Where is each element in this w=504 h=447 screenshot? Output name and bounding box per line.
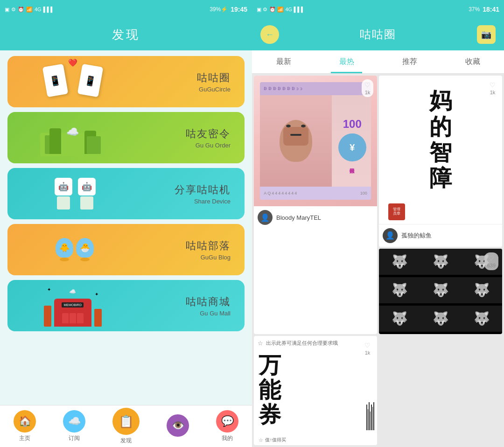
- dog-4: 🐺: [379, 277, 420, 303]
- menu-item-order[interactable]: ☁️ 咕友密令 Gu Gu Order: [7, 112, 245, 163]
- camera-icon: 📷: [481, 29, 491, 40]
- dogs-grid: 🐺 🐺 🐺 🐺 🐺 🐺 🐺 🐺 🐺: [379, 249, 502, 334]
- status-icons-left: ▣ ⚙ ⏰ 📶 4G ▌▌▌: [5, 7, 54, 13]
- user-avatar-1: 👤: [258, 210, 273, 225]
- heart-icon-3: ♡: [488, 254, 494, 262]
- like-badge-1[interactable]: ♡ 1k: [362, 79, 373, 97]
- tab-hot[interactable]: 最热: [315, 50, 378, 73]
- status-icons-right: ▣ ⚙ ⏰ 📶 4G ▌▌▌: [257, 6, 305, 13]
- money-serial-bottom: AQ44444444: [264, 191, 298, 196]
- menu-item-sharedevice[interactable]: 🤖 🤖 分享咕咕机 Share Device: [7, 168, 245, 219]
- money-circle-number: ¥: [350, 142, 355, 153]
- right-panel: ▣ ⚙ ⏰ 📶 4G ▌▌▌ 37% 18:41 ← 咕咕圈 📷 最新 最热 推…: [252, 0, 504, 447]
- money-top-bar: ↁↁↁↁↁↁↁↄↄ: [260, 82, 371, 95]
- tab-label-latest: 最新: [276, 57, 291, 67]
- dog-8: 🐺: [420, 306, 461, 332]
- status-bar-left: ▣ ⚙ ⏰ 📶 4G ▌▌▌ 39%⚡ 19:45: [0, 0, 252, 19]
- barcode-bars: [366, 402, 374, 430]
- sub-icon: ☁️: [63, 410, 85, 433]
- coupon-big-text: 万能券: [259, 353, 358, 427]
- wifi-icon-r: 📶: [277, 7, 284, 12]
- header-title-left: 发现: [112, 27, 140, 43]
- nav-item-eye[interactable]: 👁️: [167, 414, 189, 439]
- nav-item-home[interactable]: 🏠 主页: [14, 410, 36, 442]
- bt-icon-r: ⚙: [263, 7, 267, 12]
- tab-collect[interactable]: 收藏: [441, 50, 504, 73]
- card-dogs[interactable]: 🐺 🐺 🐺 🐺 🐺 🐺 🐺 🐺 🐺 ♡ 639: [379, 249, 502, 334]
- alarm-icon-r: ⏰: [269, 7, 276, 12]
- notif-icon: ▣: [5, 7, 9, 13]
- card-coupon[interactable]: ♡ 1k ☆ 出示此券可满足任何合理要求哦 万能券: [254, 336, 377, 445]
- barcode-area: [363, 350, 377, 435]
- money-portrait: [260, 95, 332, 187]
- menu-illus-2: ☁️: [7, 112, 138, 163]
- eye-icon: 👁️: [167, 414, 189, 437]
- header-right: ← 咕咕圈 📷: [252, 19, 504, 50]
- like-badge-2[interactable]: ♡ 1k: [487, 79, 498, 97]
- menu-illus-3: 🤖 🤖: [7, 168, 138, 219]
- card-money[interactable]: ↁↁↁↁↁↁↁↄↄ: [254, 76, 377, 334]
- meme-text-area: 妈的智障: [379, 76, 502, 203]
- back-button[interactable]: ←: [260, 25, 279, 44]
- chat-icon: 💬: [216, 410, 238, 433]
- coupon-text-area: 万能券: [254, 350, 363, 435]
- card-text-meme[interactable]: ♡ 1k 妈的智障 管理员章 👤 孤独的鲸鱼: [379, 76, 502, 247]
- menu-cn-5: 咕咕商城: [186, 295, 231, 309]
- like-count-1: 1k: [365, 90, 371, 95]
- camera-button[interactable]: 📷: [477, 25, 496, 44]
- money-visual-container: ↁↁↁↁↁↁↁↄↄ: [254, 76, 377, 206]
- menu-item-mall[interactable]: MEMOBIRD ☁️ ✦ ✦ 咕咕商城 Gu Gu: [7, 280, 245, 331]
- clock-left: 19:45: [231, 6, 247, 13]
- bottom-nav: 🏠 主页 ☁️ 订阅 📋 发现 👁️ 💬 我的: [0, 405, 252, 447]
- notif-icon-r: ▣: [257, 7, 261, 12]
- back-arrow-icon: ←: [266, 30, 274, 40]
- signal-bars-left: ▌▌▌: [43, 7, 54, 12]
- money-year: 100: [360, 191, 367, 196]
- menu-text-4: 咕咕部落 GuGu Blog: [186, 239, 231, 261]
- clock-right: 18:41: [483, 6, 499, 13]
- menu-cn-1: 咕咕圈: [197, 71, 231, 85]
- menu-illus-4: 🐥 🐣: [7, 224, 138, 275]
- chicks-illustration: 🐥 🐣: [52, 238, 94, 261]
- money-note: ↁↁↁↁↁↁↁↄↄ: [260, 82, 371, 200]
- heart-icon-4: ♡: [364, 342, 371, 349]
- nav-item-discover[interactable]: 📋 发现: [112, 408, 140, 445]
- tab-latest[interactable]: 最新: [252, 50, 315, 73]
- battery-right: 37%: [469, 6, 480, 13]
- menu-en-4: GuGu Blog: [186, 254, 231, 261]
- signal-4g-left: 4G: [35, 7, 42, 12]
- tab-label-recommend: 推荐: [402, 57, 417, 67]
- menu-cn-2: 咕友密令: [186, 127, 231, 141]
- phones-illustration: 📱 📱 ❤️: [40, 63, 105, 100]
- nav-label-discover: 发现: [120, 437, 132, 445]
- menu-item-blog[interactable]: 🐥 🐣 咕咕部落 GuGu Blog: [7, 224, 245, 275]
- user-name-1: Bloody MaryTEL: [276, 214, 321, 221]
- nav-item-mine[interactable]: 💬 我的: [216, 410, 238, 442]
- wifi-icon: 📶: [26, 7, 33, 13]
- seal-text: 管理员章: [393, 208, 400, 216]
- tab-bar: 最新 最热 推荐 收藏: [252, 50, 504, 74]
- money-bottom-bar: AQ44444444 100: [260, 187, 371, 200]
- menu-cn-4: 咕咕部落: [186, 239, 231, 253]
- left-panel: ▣ ⚙ ⏰ 📶 4G ▌▌▌ 39%⚡ 19:45 发现 📱 📱: [0, 0, 252, 447]
- nav-item-sub[interactable]: ☁️ 订阅: [63, 410, 85, 442]
- nav-label-mine: 我的: [222, 434, 233, 442]
- tab-label-collect: 收藏: [465, 57, 480, 67]
- heart-icon-1: ♡: [364, 81, 371, 89]
- like-badge-3[interactable]: ♡ 639: [484, 252, 498, 270]
- meme-seal: 管理员章: [388, 203, 405, 220]
- menu-illus-5: MEMOBIRD ☁️ ✦ ✦: [7, 280, 138, 331]
- friends-illustration: ☁️: [40, 119, 105, 156]
- like-count-3: 639: [487, 263, 496, 268]
- card-user-2: 👤 孤独的鲸鱼: [379, 224, 502, 247]
- money-right-area: 100 ¥ 中国人民银行: [334, 95, 371, 187]
- coupon-main: 万能券: [254, 350, 377, 435]
- like-badge-4[interactable]: ♡ 1k: [362, 340, 373, 357]
- menu-item-gugucircle[interactable]: 📱 📱 ❤️ 咕咕圈 GuGuCircle: [7, 56, 245, 107]
- menu-en-3: Share Device: [175, 198, 231, 205]
- robots-illustration: 🤖 🤖: [50, 178, 96, 210]
- status-bar-right: ▣ ⚙ ⏰ 📶 4G ▌▌▌ 37% 18:41: [252, 0, 504, 19]
- dog-9: 🐺: [461, 306, 502, 332]
- tab-recommend[interactable]: 推荐: [378, 50, 441, 73]
- battery-left: 39%⚡: [210, 6, 228, 13]
